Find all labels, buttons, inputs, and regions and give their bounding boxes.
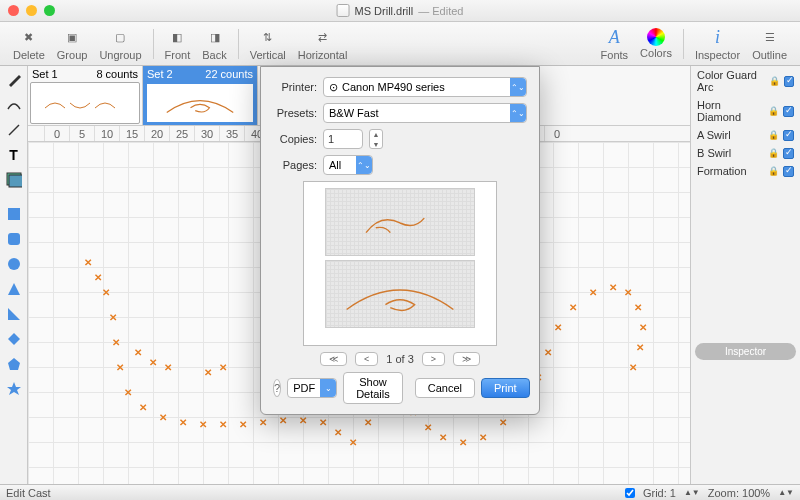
performer-mark[interactable]: ✕ bbox=[219, 419, 227, 430]
help-button[interactable]: ? bbox=[273, 379, 281, 397]
circle-shape-icon[interactable] bbox=[3, 253, 25, 275]
performer-mark[interactable]: ✕ bbox=[164, 362, 172, 373]
layer-item[interactable]: Horn Diamond🔒 bbox=[691, 96, 800, 126]
performer-mark[interactable]: ✕ bbox=[109, 312, 117, 323]
inspector-label[interactable]: Inspector bbox=[695, 343, 796, 360]
performer-mark[interactable]: ✕ bbox=[544, 347, 552, 358]
edit-cast-button[interactable]: Edit Cast bbox=[6, 487, 51, 499]
front-button[interactable]: ◧Front bbox=[160, 24, 196, 63]
layer-item[interactable]: A Swirl🔒 bbox=[691, 126, 800, 144]
vertical-button[interactable]: ⇅Vertical bbox=[245, 24, 291, 63]
text-tool-icon[interactable]: T bbox=[3, 144, 25, 166]
zoom-icon[interactable] bbox=[44, 5, 55, 16]
grid-checkbox[interactable] bbox=[625, 488, 635, 498]
performer-mark[interactable]: ✕ bbox=[134, 347, 142, 358]
performer-mark[interactable]: ✕ bbox=[204, 367, 212, 378]
next-page-button[interactable]: > bbox=[422, 352, 445, 366]
triangle-shape-icon[interactable] bbox=[3, 278, 25, 300]
cancel-button[interactable]: Cancel bbox=[415, 378, 475, 398]
outline-button[interactable]: ☰Outline bbox=[747, 24, 792, 63]
performer-mark[interactable]: ✕ bbox=[139, 402, 147, 413]
printer-select[interactable]: ⊙Canon MP490 series⌃⌄ bbox=[323, 77, 527, 97]
performer-mark[interactable]: ✕ bbox=[94, 272, 102, 283]
performer-mark[interactable]: ✕ bbox=[439, 432, 447, 443]
layer-item[interactable]: Color Guard Arc🔒 bbox=[691, 66, 800, 96]
performer-mark[interactable]: ✕ bbox=[319, 417, 327, 428]
visibility-checkbox[interactable] bbox=[783, 148, 794, 159]
performer-mark[interactable]: ✕ bbox=[554, 322, 562, 333]
performer-mark[interactable]: ✕ bbox=[479, 432, 487, 443]
last-page-button[interactable]: ≫ bbox=[453, 352, 480, 366]
diamond-shape-icon[interactable] bbox=[3, 328, 25, 350]
pen-tool-icon[interactable] bbox=[3, 69, 25, 91]
performer-mark[interactable]: ✕ bbox=[499, 417, 507, 428]
performer-mark[interactable]: ✕ bbox=[239, 419, 247, 430]
visibility-checkbox[interactable] bbox=[783, 166, 794, 177]
performer-mark[interactable]: ✕ bbox=[636, 342, 644, 353]
image-tool-icon[interactable] bbox=[3, 169, 25, 191]
visibility-checkbox[interactable] bbox=[783, 106, 794, 117]
inspector-button[interactable]: iInspector bbox=[690, 24, 745, 63]
square-shape-icon[interactable] bbox=[3, 203, 25, 225]
lock-icon[interactable]: 🔒 bbox=[768, 148, 779, 158]
minimize-icon[interactable] bbox=[26, 5, 37, 16]
performer-mark[interactable]: ✕ bbox=[159, 412, 167, 423]
performer-mark[interactable]: ✕ bbox=[299, 415, 307, 426]
visibility-checkbox[interactable] bbox=[783, 130, 794, 141]
layer-item[interactable]: B Swirl🔒 bbox=[691, 144, 800, 162]
fonts-button[interactable]: AFonts bbox=[596, 24, 634, 63]
performer-mark[interactable]: ✕ bbox=[334, 427, 342, 438]
performer-mark[interactable]: ✕ bbox=[124, 387, 132, 398]
performer-mark[interactable]: ✕ bbox=[219, 362, 227, 373]
close-icon[interactable] bbox=[8, 5, 19, 16]
back-button[interactable]: ◨Back bbox=[197, 24, 231, 63]
delete-button[interactable]: ✖Delete bbox=[8, 24, 50, 63]
print-button[interactable]: Print bbox=[481, 378, 530, 398]
performer-mark[interactable]: ✕ bbox=[629, 362, 637, 373]
rounded-square-icon[interactable] bbox=[3, 228, 25, 250]
lock-icon[interactable]: 🔒 bbox=[768, 106, 779, 116]
performer-mark[interactable]: ✕ bbox=[112, 337, 120, 348]
presets-select[interactable]: B&W Fast⌃⌄ bbox=[323, 103, 527, 123]
performer-mark[interactable]: ✕ bbox=[634, 302, 642, 313]
performer-mark[interactable]: ✕ bbox=[624, 287, 632, 298]
performer-mark[interactable]: ✕ bbox=[149, 357, 157, 368]
performer-mark[interactable]: ✕ bbox=[179, 417, 187, 428]
performer-mark[interactable]: ✕ bbox=[349, 437, 357, 448]
line-tool-icon[interactable] bbox=[3, 119, 25, 141]
lock-icon[interactable]: 🔒 bbox=[768, 130, 779, 140]
first-page-button[interactable]: ≪ bbox=[320, 352, 347, 366]
performer-mark[interactable]: ✕ bbox=[279, 415, 287, 426]
performer-mark[interactable]: ✕ bbox=[116, 362, 124, 373]
ungroup-button[interactable]: ▢Ungroup bbox=[94, 24, 146, 63]
lock-icon[interactable]: 🔒 bbox=[768, 166, 779, 176]
visibility-checkbox[interactable] bbox=[784, 76, 794, 87]
layer-item[interactable]: Formation🔒 bbox=[691, 162, 800, 180]
performer-mark[interactable]: ✕ bbox=[609, 282, 617, 293]
performer-mark[interactable]: ✕ bbox=[364, 417, 372, 428]
horizontal-button[interactable]: ⇄Horizontal bbox=[293, 24, 353, 63]
pentagon-shape-icon[interactable] bbox=[3, 353, 25, 375]
curve-tool-icon[interactable] bbox=[3, 94, 25, 116]
set-2[interactable]: Set 222 counts bbox=[143, 66, 258, 125]
prev-page-button[interactable]: < bbox=[355, 352, 378, 366]
copies-stepper[interactable]: ▲▼ bbox=[369, 129, 383, 149]
copies-input[interactable] bbox=[323, 129, 363, 149]
group-button[interactable]: ▣Group bbox=[52, 24, 93, 63]
colors-button[interactable]: Colors bbox=[635, 26, 677, 61]
performer-mark[interactable]: ✕ bbox=[259, 417, 267, 428]
performer-mark[interactable]: ✕ bbox=[639, 322, 647, 333]
performer-mark[interactable]: ✕ bbox=[589, 287, 597, 298]
performer-mark[interactable]: ✕ bbox=[569, 302, 577, 313]
performer-mark[interactable]: ✕ bbox=[102, 287, 110, 298]
set-1[interactable]: Set 18 counts bbox=[28, 66, 143, 125]
performer-mark[interactable]: ✕ bbox=[84, 257, 92, 268]
star-shape-icon[interactable] bbox=[3, 378, 25, 400]
right-triangle-icon[interactable] bbox=[3, 303, 25, 325]
zoom-stepper[interactable]: ▲▼ bbox=[778, 488, 794, 497]
performer-mark[interactable]: ✕ bbox=[459, 437, 467, 448]
lock-icon[interactable]: 🔒 bbox=[769, 76, 780, 86]
performer-mark[interactable]: ✕ bbox=[424, 422, 432, 433]
pdf-menu[interactable]: PDF⌄ bbox=[287, 378, 337, 398]
grid-stepper[interactable]: ▲▼ bbox=[684, 488, 700, 497]
